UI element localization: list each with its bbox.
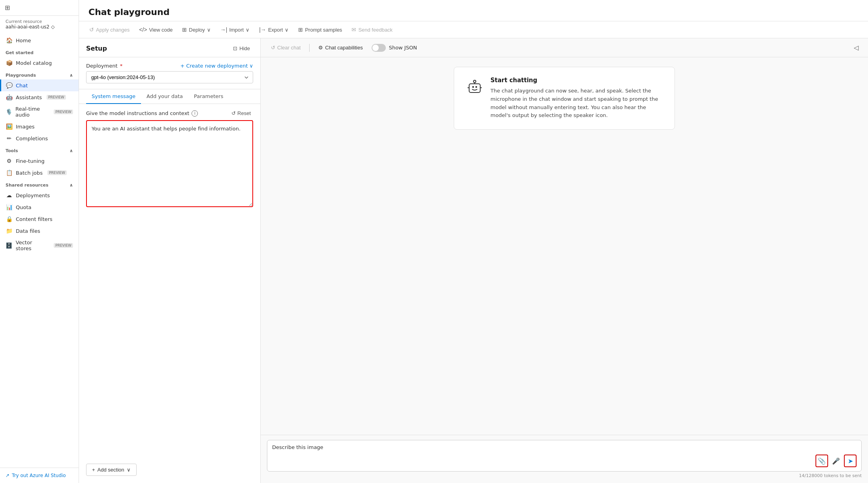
- sidebar-nav: 🏠 Home Get started 📦 Model catalog Playg…: [0, 31, 79, 468]
- current-resource-name[interactable]: aahi-aoai-east-us2 ◇: [6, 24, 73, 30]
- sidebar-item-vector-stores[interactable]: 🗄️ Vector stores PREVIEW: [0, 237, 79, 254]
- sidebar-item-quota[interactable]: 📊 Quota: [0, 201, 79, 213]
- sidebar-item-realtime-audio[interactable]: 🎙️ Real-time audio PREVIEW: [0, 103, 79, 121]
- external-link-icon: ↗: [6, 473, 9, 478]
- sidebar-item-data-files[interactable]: 📁 Data files: [0, 225, 79, 237]
- toolbar-divider: [309, 44, 310, 52]
- current-resource-label: Current resource: [6, 19, 73, 24]
- chat-messages: Start chatting The chat playground can n…: [261, 57, 868, 435]
- show-json-label: Show JSON: [389, 45, 417, 51]
- sidebar-item-assistants[interactable]: 🤖 Assistants PREVIEW: [0, 91, 79, 103]
- section-playgrounds: Playgrounds ∧: [0, 69, 79, 79]
- add-section-chevron-icon: ∨: [127, 467, 131, 473]
- system-message-textarea[interactable]: [86, 120, 253, 207]
- chat-toolbar-right: ◁: [851, 42, 862, 53]
- collapse-button[interactable]: ◁: [851, 42, 862, 53]
- prompt-samples-icon: ⊞: [298, 26, 303, 33]
- hide-button[interactable]: ⊡ Hide: [230, 44, 253, 53]
- sidebar-item-completions[interactable]: ✏️ Completions: [0, 132, 79, 144]
- start-chat-title: Start chatting: [490, 77, 663, 84]
- chat-input[interactable]: [272, 444, 815, 464]
- sidebar-toggle[interactable]: ⊞: [5, 4, 10, 11]
- system-message-section: Give the model instructions and context …: [79, 104, 260, 460]
- token-count: 14/128000 tokens to be sent: [267, 473, 862, 478]
- svg-point-4: [473, 80, 476, 83]
- content-filters-icon: 🔒: [6, 216, 13, 222]
- images-icon: 🖼️: [6, 123, 13, 130]
- sidebar-item-deployments[interactable]: ☁️ Deployments: [0, 189, 79, 201]
- section-shared-resources: Shared resources ∧: [0, 179, 79, 189]
- apply-changes-button[interactable]: ↺ Apply changes: [85, 25, 133, 35]
- hide-icon: ⊡: [233, 45, 237, 51]
- sidebar-item-content-filters[interactable]: 🔒 Content filters: [0, 213, 79, 225]
- add-section-button[interactable]: + Add section ∨: [86, 464, 137, 476]
- robot-icon: [465, 77, 484, 96]
- chat-input-area: 📎 🎤 ➤ 14/128000 tokens to be sent: [261, 435, 868, 483]
- page-header: Chat playground: [79, 0, 868, 21]
- sidebar-item-home[interactable]: 🏠 Home: [0, 34, 79, 46]
- main-content: Chat playground ↺ Apply changes </> View…: [79, 0, 868, 483]
- tab-parameters[interactable]: Parameters: [188, 89, 229, 104]
- sidebar-item-model-catalog[interactable]: 📦 Model catalog: [0, 57, 79, 69]
- reset-button[interactable]: ↺ Reset: [229, 109, 253, 117]
- sidebar-item-images[interactable]: 🖼️ Images: [0, 121, 79, 132]
- current-resource-section: Current resource aahi-aoai-east-us2 ◇: [0, 16, 79, 31]
- chat-icon: 💬: [6, 82, 13, 89]
- sidebar-bottom: ↗ Try out Azure AI Studio: [0, 468, 79, 483]
- tab-system-message[interactable]: System message: [86, 89, 141, 104]
- setup-tabs: System message Add your data Parameters: [79, 89, 260, 104]
- import-icon: →|: [220, 26, 227, 33]
- sidebar-item-batch-jobs[interactable]: 📋 Batch jobs PREVIEW: [0, 167, 79, 179]
- section-get-started: Get started: [0, 46, 79, 57]
- content-area: Setup ⊡ Hide Deployment * + Create new d…: [79, 38, 868, 483]
- deploy-button[interactable]: ⊞ Deploy ∨: [178, 25, 214, 35]
- import-chevron-icon: ∨: [246, 27, 250, 33]
- sidebar-item-fine-tuning[interactable]: ⚙️ Fine-tuning: [0, 155, 79, 167]
- svg-rect-1: [472, 86, 474, 88]
- chat-panel: ↺ Clear chat ⚙ Chat capabilities Show JS…: [261, 38, 868, 483]
- view-code-icon: </>: [139, 26, 147, 33]
- deploy-chevron-icon: ∨: [207, 27, 211, 33]
- quota-icon: 📊: [6, 204, 13, 210]
- assistants-icon: 🤖: [6, 94, 13, 100]
- completions-icon: ✏️: [6, 135, 13, 142]
- microphone-icon: 🎤: [832, 457, 840, 465]
- chevron-down-icon: ◇: [51, 24, 54, 30]
- plus-icon: +: [180, 63, 184, 69]
- chat-input-container: 📎 🎤 ➤: [267, 440, 862, 472]
- capabilities-icon: ⚙: [318, 45, 323, 51]
- start-chat-header: Start chatting The chat playground can n…: [465, 77, 663, 120]
- sidebar-item-chat[interactable]: 💬 Chat: [0, 79, 79, 91]
- vector-stores-icon: 🗄️: [6, 242, 13, 249]
- batch-jobs-icon: 📋: [6, 170, 13, 176]
- attach-button[interactable]: 📎: [815, 455, 828, 467]
- collapse-shared-icon[interactable]: ∧: [70, 183, 73, 188]
- batch-jobs-badge: PREVIEW: [47, 170, 67, 175]
- show-json-toggle[interactable]: [372, 44, 386, 52]
- deployment-select[interactable]: gpt-4o (version:2024-05-13): [86, 71, 253, 83]
- clear-chat-button[interactable]: ↺ Clear chat: [267, 43, 304, 53]
- send-button[interactable]: ➤: [844, 455, 857, 467]
- collapse-tools-icon[interactable]: ∧: [70, 148, 73, 153]
- create-new-deployment-link[interactable]: + Create new deployment ∨: [180, 63, 253, 69]
- setup-title: Setup: [86, 45, 107, 52]
- view-code-button[interactable]: </> View code: [135, 25, 177, 35]
- microphone-button[interactable]: 🎤: [830, 455, 842, 467]
- system-message-label-row: Give the model instructions and context …: [86, 109, 253, 117]
- add-section-plus-icon: +: [92, 467, 95, 473]
- add-section-area: + Add section ∨: [79, 460, 260, 483]
- collapse-playgrounds-icon[interactable]: ∧: [70, 73, 73, 78]
- import-button[interactable]: →| Import ∨: [216, 25, 254, 35]
- setup-header: Setup ⊡ Hide: [79, 38, 260, 57]
- info-icon[interactable]: i: [192, 110, 198, 117]
- chat-capabilities-button[interactable]: ⚙ Chat capabilities: [314, 43, 366, 53]
- page-title: Chat playground: [88, 7, 859, 17]
- svg-rect-0: [469, 84, 480, 92]
- send-feedback-icon: ✉: [351, 26, 356, 33]
- prompt-samples-button[interactable]: ⊞ Prompt samples: [294, 25, 346, 35]
- export-button[interactable]: |→ Export ∨: [255, 25, 293, 35]
- azure-ai-studio-link[interactable]: ↗ Try out Azure AI Studio: [6, 473, 73, 478]
- tab-add-your-data[interactable]: Add your data: [141, 89, 188, 104]
- send-feedback-button[interactable]: ✉ Send feedback: [348, 25, 396, 35]
- required-marker: *: [120, 63, 123, 69]
